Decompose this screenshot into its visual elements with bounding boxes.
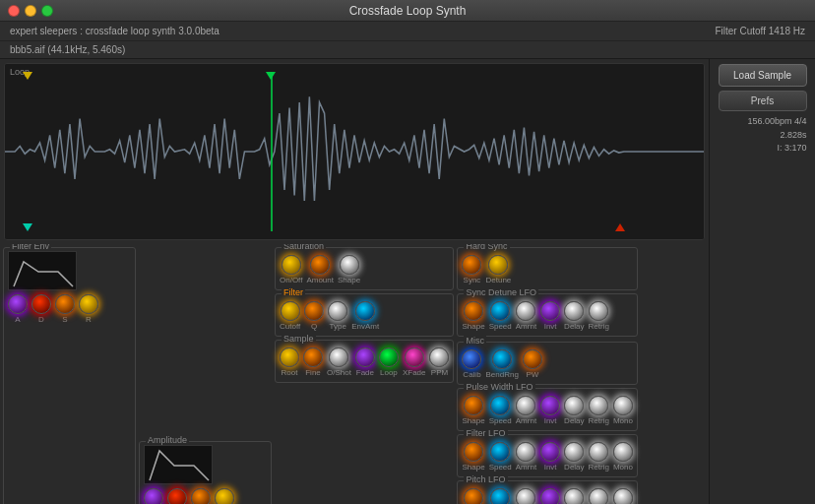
- flfo-amrnt-knob[interactable]: [516, 442, 535, 462]
- filter-envamt-knob[interactable]: [355, 301, 375, 321]
- sample-ppm-knob[interactable]: [429, 347, 449, 367]
- filter-env-label: Filter Env: [10, 244, 51, 251]
- filter-env-R-label: R: [86, 315, 92, 324]
- flfo-retrig-knob[interactable]: [589, 442, 608, 462]
- sdlfo-retrig-knob[interactable]: [589, 301, 608, 321]
- flfo-delay-knob[interactable]: [564, 442, 584, 462]
- prefs-button[interactable]: Prefs: [719, 91, 807, 111]
- filter-section: Filter Cutoff Q Type: [275, 293, 454, 337]
- flfo-invt-knob[interactable]: [540, 442, 560, 462]
- amplitude-label: Amplitude: [146, 435, 189, 445]
- pwlfo-shape-knob[interactable]: [464, 396, 483, 415]
- sdlfo-invt-knob[interactable]: [540, 301, 560, 321]
- filter-env-D-label: D: [38, 315, 44, 324]
- pwlfo-mono-knob[interactable]: [613, 396, 633, 415]
- sat-onoff-knob[interactable]: [282, 255, 301, 275]
- flfo-shape-knob[interactable]: [464, 442, 483, 462]
- sat-shape-knob[interactable]: [340, 255, 359, 275]
- filter-env-A-knob[interactable]: [8, 294, 28, 314]
- waveform-section[interactable]: Loop: [4, 63, 705, 240]
- pwlfo-delay-knob[interactable]: [564, 396, 584, 415]
- pitch-lfo-section: Pitch LFO Shape Speed Amrnt: [457, 480, 637, 504]
- plfo-retrig-knob[interactable]: [589, 488, 608, 504]
- amplitude-A-knob[interactable]: [144, 488, 163, 504]
- hard-sync-label: Hard Sync: [464, 244, 509, 251]
- sample-fine-knob[interactable]: [303, 347, 323, 367]
- mid-left-col: Saturation On/Off Amount Shape: [275, 247, 454, 504]
- knob-A: A: [8, 294, 28, 324]
- window-title: Crossfade Loop Synth: [349, 4, 467, 18]
- saturation-section: Saturation On/Off Amount Shape: [275, 247, 454, 290]
- knob-S: S: [55, 294, 75, 324]
- plfo-mono-knob[interactable]: [613, 488, 633, 504]
- flfo-mono-knob[interactable]: [613, 442, 633, 462]
- load-sample-button[interactable]: Load Sample: [719, 64, 807, 87]
- main-area: Loop Filter Env: [0, 59, 815, 504]
- sample-oshot-knob[interactable]: [329, 347, 348, 367]
- plfo-speed-knob[interactable]: [490, 488, 510, 504]
- filter-env-knobs: A D S R: [8, 294, 131, 324]
- sample-label: Sample: [282, 334, 316, 344]
- controls-area: Filter Env A D S: [0, 244, 709, 504]
- pwlfo-amrnt-knob[interactable]: [516, 396, 535, 415]
- filter-env-S-label: S: [62, 315, 67, 324]
- pwlfo-retrig-knob[interactable]: [589, 396, 608, 415]
- misc-pw-knob[interactable]: [523, 349, 542, 369]
- filter-env-S-knob[interactable]: [55, 294, 75, 314]
- env-display: [8, 251, 77, 290]
- pwlfo-invt-knob[interactable]: [540, 396, 560, 415]
- window-controls: [8, 5, 53, 17]
- sdlfo-amrnt-knob[interactable]: [516, 301, 535, 321]
- amplitude-knobs: A D S R: [144, 488, 267, 504]
- pwlfo-speed-knob[interactable]: [490, 396, 510, 415]
- sdlfo-delay-knob[interactable]: [564, 301, 584, 321]
- sat-amount-knob[interactable]: [310, 255, 330, 275]
- filter-q-knob[interactable]: [304, 301, 324, 321]
- misc-section: Misc Calib BendRng PW: [457, 342, 637, 385]
- sample-xfade-knob[interactable]: [405, 347, 424, 367]
- hard-sync-sync-knob[interactable]: [462, 255, 481, 275]
- saturation-label: Saturation: [282, 244, 326, 251]
- filter-env-D-knob[interactable]: [31, 294, 51, 314]
- amp-env-display: [144, 445, 213, 484]
- flfo-speed-knob[interactable]: [490, 442, 510, 462]
- pw-lfo-section: Pulse Width LFO Shape Speed Amrnt: [457, 388, 637, 431]
- misc-label: Misc: [464, 336, 486, 346]
- sample-loop-knob[interactable]: [379, 347, 399, 367]
- plfo-amrnt-knob[interactable]: [516, 488, 535, 504]
- close-button[interactable]: [8, 5, 20, 17]
- plfo-shape-knob[interactable]: [464, 488, 483, 504]
- plugin-info: expert sleepers : crossfade loop synth 3…: [10, 26, 219, 36]
- hard-sync-detune-knob[interactable]: [488, 255, 508, 275]
- sync-detune-lfo-label: Sync Detune LFO: [464, 287, 538, 297]
- filter-info: Filter Cutoff 1418 Hz: [715, 26, 805, 36]
- plfo-delay-knob[interactable]: [564, 488, 584, 504]
- filter-lfo-section: Filter LFO Shape Speed Amrnt: [457, 434, 637, 477]
- plfo-invt-knob[interactable]: [540, 488, 560, 504]
- marker-end: [615, 223, 625, 231]
- amplitude-S-knob[interactable]: [191, 488, 211, 504]
- marker-start: [23, 72, 32, 80]
- filter-cutoff-knob[interactable]: [281, 301, 300, 321]
- filename: bbb5.aif (44.1kHz, 5.460s): [10, 44, 125, 55]
- maximize-button[interactable]: [41, 5, 53, 17]
- filter-type-knob[interactable]: [328, 301, 347, 321]
- filter-env-section: Filter Env A D S: [3, 247, 136, 504]
- minimize-button[interactable]: [25, 5, 36, 17]
- misc-bendrng-knob[interactable]: [492, 349, 512, 369]
- misc-calib-knob[interactable]: [462, 349, 481, 369]
- sample-section: Sample Root Fine O/Shot: [275, 340, 454, 383]
- sdlfo-shape-knob[interactable]: [464, 301, 483, 321]
- amplitude-section: Amplitude A D S: [139, 441, 272, 504]
- amplitude-D-knob[interactable]: [167, 488, 187, 504]
- amplitude-R-knob[interactable]: [215, 488, 234, 504]
- pitch-lfo-label: Pitch LFO: [464, 474, 507, 484]
- sync-detune-lfo-section: Sync Detune LFO Shape Speed Amrnt: [457, 293, 637, 337]
- lfo-col: Hard Sync Sync Detune Sync Det: [457, 247, 637, 504]
- sdlfo-speed-knob[interactable]: [490, 301, 510, 321]
- sample-fade-knob[interactable]: [355, 347, 375, 367]
- marker-play: [23, 223, 32, 231]
- sample-root-knob[interactable]: [280, 347, 299, 367]
- filter-env-R-knob[interactable]: [79, 294, 98, 314]
- loop-line: [271, 72, 273, 231]
